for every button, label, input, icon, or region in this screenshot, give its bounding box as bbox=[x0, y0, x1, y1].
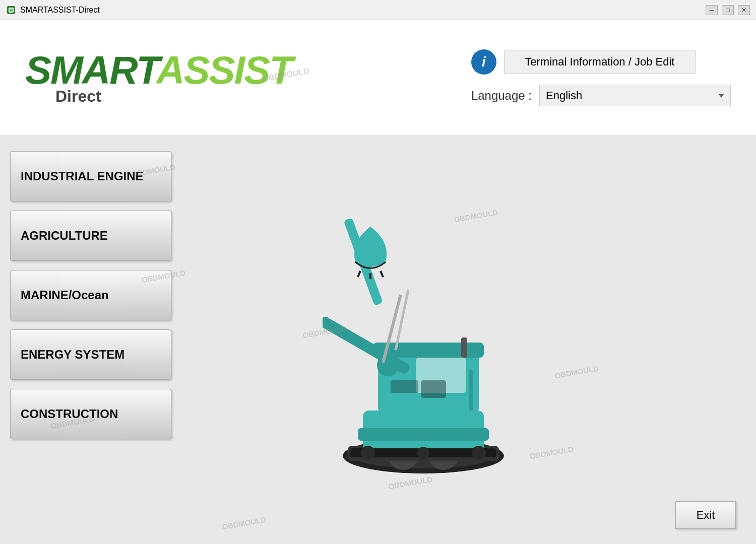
titlebar-left: SMARTASSIST-Direct bbox=[6, 5, 100, 15]
logo-direct: Direct bbox=[55, 87, 101, 106]
minimize-button[interactable]: ─ bbox=[706, 5, 718, 15]
app-icon bbox=[6, 5, 16, 15]
svg-rect-23 bbox=[421, 380, 446, 398]
logo-area: SMARTASSIST Direct bbox=[25, 50, 292, 106]
close-button[interactable]: ✕ bbox=[738, 5, 750, 15]
titlebar-title: SMARTASSIST-Direct bbox=[20, 6, 100, 15]
excavator-illustration bbox=[323, 184, 615, 496]
svg-rect-22 bbox=[461, 337, 467, 358]
titlebar: SMARTASSIST-Direct ─ □ ✕ bbox=[0, 0, 756, 20]
language-row: Language : EnglishChineseJapaneseGermanF… bbox=[471, 85, 731, 106]
language-label: Language : bbox=[471, 89, 532, 103]
svg-point-27 bbox=[361, 446, 375, 460]
header: SMARTASSIST Direct OBDMOULD i Terminal I… bbox=[0, 20, 756, 136]
maximize-button[interactable]: □ bbox=[722, 5, 734, 15]
info-row: i Terminal Information / Job Edit bbox=[471, 49, 696, 75]
svg-rect-25 bbox=[391, 380, 418, 393]
marine-ocean-button[interactable]: MARINE/Ocean bbox=[10, 270, 171, 320]
svg-point-29 bbox=[417, 447, 429, 459]
svg-rect-2 bbox=[10, 9, 13, 12]
logo-main: SMARTASSIST bbox=[25, 50, 292, 90]
language-select[interactable]: EnglishChineseJapaneseGermanFrench bbox=[539, 85, 731, 106]
construction-button[interactable]: CONSTRUCTION bbox=[10, 389, 171, 439]
excavator-area bbox=[181, 136, 756, 544]
svg-point-28 bbox=[472, 446, 486, 460]
svg-line-17 bbox=[396, 290, 408, 350]
industrial-engine-button[interactable]: INDUSTRIAL ENGINE bbox=[10, 151, 171, 201]
titlebar-controls: ─ □ ✕ bbox=[706, 5, 750, 15]
svg-line-18 bbox=[358, 271, 360, 277]
main-content: INDUSTRIAL ENGINE AGRICULTURE MARINE/Oce… bbox=[0, 136, 756, 544]
header-right: i Terminal Information / Job Edit Langua… bbox=[471, 49, 731, 106]
sidebar: INDUSTRIAL ENGINE AGRICULTURE MARINE/Oce… bbox=[0, 136, 181, 544]
svg-line-20 bbox=[381, 271, 383, 277]
agriculture-button[interactable]: AGRICULTURE bbox=[10, 211, 171, 261]
terminal-info-button[interactable]: Terminal Information / Job Edit bbox=[504, 50, 696, 74]
energy-system-button[interactable]: ENERGY SYSTEM bbox=[10, 329, 171, 380]
svg-rect-30 bbox=[358, 428, 489, 441]
info-icon[interactable]: i bbox=[471, 49, 496, 75]
exit-button[interactable]: Exit bbox=[675, 501, 736, 529]
svg-rect-21 bbox=[469, 370, 473, 411]
